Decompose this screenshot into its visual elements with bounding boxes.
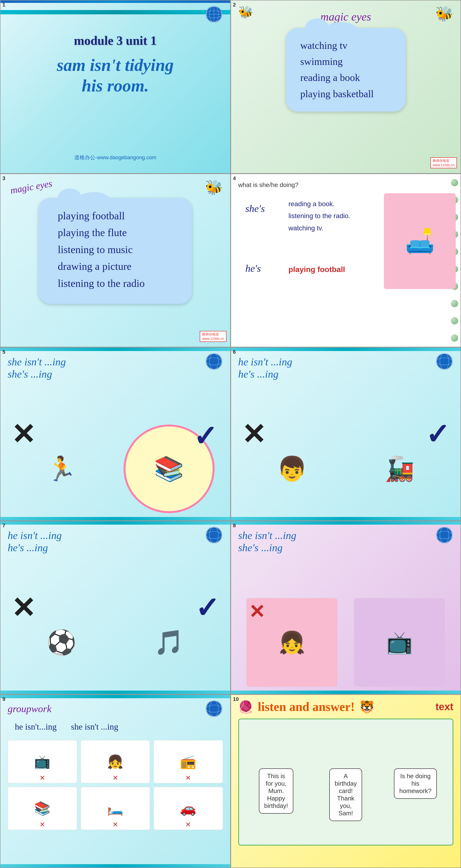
slide-8-illustrations: ✕ 👧 📺 [231, 598, 461, 687]
slide-6: 6 he isn't ...ing he's ...ing ✕ 👦 ✓ 🚂 [230, 347, 461, 521]
bubble-2: A birthday card! Thank you, Sam! [329, 768, 362, 821]
slide-8-figure-right: 📺 [386, 630, 413, 655]
slide-9-card-6: 🚗 ✕ [154, 787, 223, 830]
bubble-9 [451, 317, 458, 324]
slide-9-she-label: she isn't ...ing [71, 722, 118, 732]
slide-7-figure-right: 🎵 [154, 628, 184, 657]
slide-9-x-2: ✕ [113, 774, 118, 782]
slide-grid: 1 module 3 unit 1 sam isn't tidying his … [0, 0, 461, 868]
tiger-icon: 🐯 [360, 700, 374, 714]
slide-7-is: he's ...ing [8, 541, 223, 554]
yarn-icon: 🧶 [238, 700, 253, 714]
slide-6-illus-right: ✓ 🚂 [354, 425, 445, 513]
comic-char-2: A birthday card! Thank you, Sam! 👩 [334, 768, 358, 796]
slide-3-item-4: drawing a picture [58, 258, 178, 275]
slide-2-cloud: watching tv swimming reading a book play… [231, 28, 461, 112]
bubble-1: This is for you, Mum. Happy birthday! [259, 768, 294, 814]
bubble-3: Is he doing his homework? [394, 768, 437, 799]
slide-5-header-text: she isn't ...ing she's ...ing [0, 351, 230, 383]
slide-9-x-3: ✕ [185, 774, 191, 782]
slide-2: 2 🐝 🐝 magic eyes watching tv swimming re… [230, 0, 461, 174]
slide-7-check-mark: ✓ [195, 593, 219, 622]
slide-6-isnt: he isn't ...ing [238, 356, 454, 368]
slide-9-x-6: ✕ [185, 820, 191, 829]
slide-4-question: what is she/he doing? [238, 181, 299, 189]
slide-9-labels-row: he isn't...ing she isn't ...ing [0, 719, 230, 734]
slide-5-figure-right: 📚 [154, 455, 184, 483]
slide-1: 1 module 3 unit 1 sam isn't tidying his … [0, 0, 230, 174]
slide-8-header-text: she isn't ...ing she's ...ing [231, 525, 461, 556]
slide-6-is: he's ...ing [238, 368, 454, 380]
slide-7-illus-left: ✕ ⚽ [16, 598, 107, 687]
slide-1-module: module 3 unit 1 [0, 33, 230, 48]
slide-2-stamp: 教师供电室www.110du.cn [430, 157, 457, 168]
slide-6-figure-right: 🚂 [385, 455, 414, 483]
slide-4-options: reading a book. listening to the radio. … [288, 198, 350, 234]
bee-icon-right-3: 🐝 [205, 179, 223, 196]
slide-3-item-2: playing the flute [58, 224, 178, 241]
slide-9-footer-bar [0, 864, 230, 868]
slide-3-magic-title: magic eyes [9, 178, 53, 196]
slide-4: 4 what is she/he doing? she's reading a … [230, 174, 461, 347]
slide-3-cloud: playing football playing the flute liste… [0, 198, 230, 304]
slide-9-card-4: 📚 ✕ [8, 787, 77, 830]
slide-7-illustrations: ✕ ⚽ ✓ 🎵 [0, 598, 230, 687]
slide-7-isnt: he isn't ...ing [8, 529, 223, 541]
globe-icon-5 [205, 352, 223, 371]
slide-4-shes-block: she's [245, 203, 265, 214]
slide-3: 3 magic eyes 🐝 playing football playing … [0, 174, 230, 347]
slide-9-emoji-2: 👧 [107, 754, 124, 770]
slide-4-option-1: reading a book. [288, 198, 350, 210]
slide-3-item-3: listening to music [58, 241, 178, 258]
slide-4-playing-fb: playing football [288, 265, 345, 274]
slide-5-illus-right: ✓ 📚 [124, 425, 215, 513]
slide-4-shes-label: she's [245, 203, 265, 214]
bubble-1 [451, 179, 458, 186]
slide-9-emoji-1: 📺 [34, 754, 51, 770]
comic-char-3: Is he doing his homework? 👴 [403, 768, 428, 796]
slide-9-x-1: ✕ [39, 774, 45, 782]
slide-7-illus-right: ✓ 🎵 [124, 598, 215, 687]
slide-1-number: 1 [2, 2, 5, 8]
slide-5-footer-bar [0, 517, 230, 520]
slide-2-item-2: swimming [300, 54, 391, 70]
slide-2-number: 2 [233, 2, 236, 8]
slide-9-x-5: ✕ [113, 820, 118, 829]
slide-9-card-5: 🛏️ ✕ [81, 787, 150, 830]
slide-5-illustrations: ✕ 🏃 ✓ 📚 [0, 425, 230, 513]
slide-6-x-mark: ✕ [242, 420, 266, 448]
slide-8-figure-left: 👧 [278, 630, 305, 655]
slide-8-isnt: she isn't ...ing [238, 529, 454, 541]
slide-4-option-3: watching tv. [288, 222, 350, 234]
slide-10-listen-title: listen and answer! [258, 700, 355, 714]
slide-2-title: magic eyes [231, 0, 461, 23]
slide-5-number: 5 [2, 349, 5, 355]
slide-8-red-x: ✕ [249, 600, 265, 623]
slide-1-top-bar [0, 0, 230, 3]
slide-4-number: 4 [233, 175, 236, 182]
globe-icon-6 [435, 352, 453, 371]
slide-9-emoji-5: 🛏️ [107, 801, 124, 816]
slide-5-header-bar [0, 348, 230, 351]
slide-10-comic: This is for you, Mum. Happy birthday! 👦 … [238, 719, 454, 845]
slide-8-illus-left: ✕ 👧 [246, 598, 337, 687]
slide-7-header-bar [0, 521, 230, 525]
slide-9-card-1: 📺 ✕ [8, 740, 77, 783]
slide-3-item-5: listening to the radio [58, 275, 178, 292]
slide-6-header-bar [231, 348, 461, 351]
slide-2-item-1: watching tv [300, 38, 391, 54]
slide-6-number: 6 [233, 349, 236, 355]
slide-6-check-mark: ✓ [426, 420, 450, 448]
slide-3-item-1: playing football [58, 208, 178, 224]
slide-2-item-4: playing basketball [300, 86, 391, 102]
slide-6-footer-bar [231, 517, 461, 520]
slide-6-header-text: he isn't ...ing he's ...ing [231, 351, 461, 383]
slide-3-stamp: 教师供电室www.110du.cn [200, 331, 226, 342]
slide-8: 8 she isn't ...ing she's ...ing ✕ 👧 📺 [230, 521, 461, 694]
cloud-shape-3: playing football playing the flute liste… [38, 198, 192, 304]
comic-content: This is for you, Mum. Happy birthday! 👦 … [244, 768, 448, 796]
slide-4-option-2: listening to the radio. [288, 210, 350, 222]
slide-8-number: 8 [233, 523, 236, 529]
slide-6-illus-left: ✕ 👦 [246, 425, 337, 513]
slide-7: 7 he isn't ...ing he's ...ing ✕ ⚽ ✓ 🎵 [0, 521, 230, 694]
